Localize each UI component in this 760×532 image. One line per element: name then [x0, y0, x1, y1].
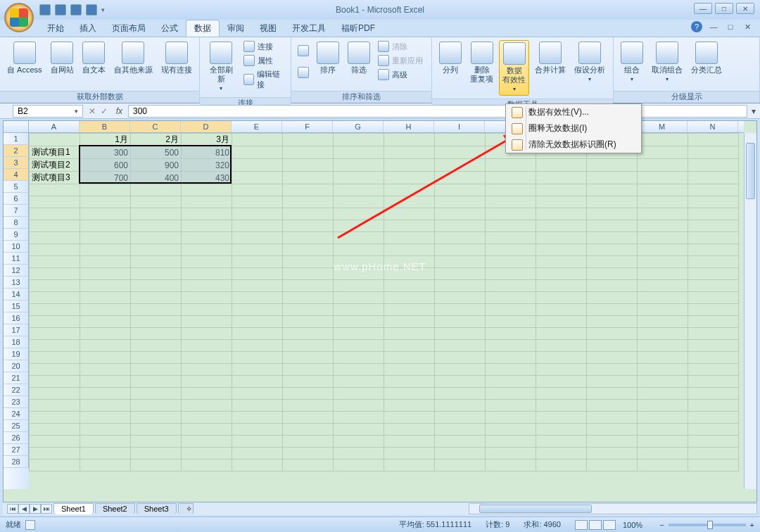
cell-L23[interactable]: [587, 400, 638, 412]
cell-D9[interactable]: [182, 232, 232, 244]
cell-K3[interactable]: [536, 159, 587, 172]
cell-B2[interactable]: 300: [80, 146, 131, 159]
cell-L22[interactable]: [587, 388, 638, 400]
cell-C1[interactable]: 2月: [131, 134, 182, 146]
cell-N22[interactable]: [688, 388, 739, 400]
cell-D23[interactable]: [182, 400, 232, 412]
cell-H1[interactable]: [384, 134, 435, 146]
cell-L17[interactable]: [587, 328, 638, 340]
cell-B14[interactable]: [80, 292, 131, 304]
cell-I24[interactable]: [435, 412, 486, 424]
cell-A14[interactable]: [30, 292, 80, 304]
qat-save-icon[interactable]: [39, 4, 51, 15]
cell-I14[interactable]: [435, 292, 486, 304]
cell-J6[interactable]: [486, 196, 536, 208]
sheet-nav-prev[interactable]: ◀: [18, 504, 30, 514]
cell-N4[interactable]: [688, 172, 739, 184]
help-icon[interactable]: ?: [691, 21, 702, 32]
tab-公式[interactable]: 公式: [153, 20, 186, 37]
fx-icon[interactable]: fx: [113, 106, 125, 116]
cell-N3[interactable]: [688, 159, 739, 172]
cell-A18[interactable]: [30, 340, 80, 352]
cell-J17[interactable]: [486, 328, 536, 340]
formula-input[interactable]: 300: [128, 105, 747, 118]
row-header-8[interactable]: 8: [4, 217, 29, 229]
cell-B23[interactable]: [80, 400, 131, 412]
cell-I2[interactable]: [435, 146, 486, 159]
cell-M16[interactable]: [638, 316, 688, 328]
cell-M27[interactable]: [638, 448, 688, 460]
cancel-icon[interactable]: ✕: [89, 106, 96, 116]
cell-K13[interactable]: [536, 280, 587, 292]
cell-M19[interactable]: [638, 352, 688, 364]
cell-J3[interactable]: [486, 159, 536, 172]
cell-D5[interactable]: [182, 184, 232, 196]
cell-I8[interactable]: [435, 220, 486, 232]
cell-I18[interactable]: [435, 340, 486, 352]
cell-G18[interactable]: [334, 340, 384, 352]
cell-D19[interactable]: [182, 352, 232, 364]
cell-E19[interactable]: [232, 352, 283, 364]
cell-M9[interactable]: [638, 232, 688, 244]
cell-H26[interactable]: [384, 436, 435, 448]
cell-F6[interactable]: [283, 196, 334, 208]
cell-G23[interactable]: [334, 400, 384, 412]
cell-N24[interactable]: [688, 412, 739, 424]
cell-D14[interactable]: [182, 292, 232, 304]
cell-G17[interactable]: [334, 328, 384, 340]
cell-I7[interactable]: [435, 208, 486, 220]
cell-G27[interactable]: [334, 448, 384, 460]
cell-C28[interactable]: [131, 460, 182, 471]
cell-G15[interactable]: [334, 304, 384, 316]
cell-C9[interactable]: [131, 232, 182, 244]
cell-L7[interactable]: [587, 208, 638, 220]
cell-K28[interactable]: [536, 460, 587, 471]
cell-F11[interactable]: [283, 256, 334, 268]
cell-F28[interactable]: [283, 460, 334, 471]
zoom-slider[interactable]: − +: [659, 521, 754, 529]
cell-K8[interactable]: [536, 220, 587, 232]
cell-N1[interactable]: [688, 134, 739, 146]
sort-button[interactable]: 排序: [314, 40, 342, 76]
cell-B28[interactable]: [80, 460, 131, 471]
dtool-1[interactable]: 删除 重复项: [467, 40, 496, 85]
cell-I15[interactable]: [435, 304, 486, 316]
cell-F27[interactable]: [283, 448, 334, 460]
cell-I21[interactable]: [435, 376, 486, 388]
cell-L15[interactable]: [587, 304, 638, 316]
doc-restore-button[interactable]: □: [725, 21, 736, 32]
cell-N17[interactable]: [688, 328, 739, 340]
cell-H25[interactable]: [384, 424, 435, 436]
col-header-I[interactable]: I: [434, 121, 485, 132]
cell-M28[interactable]: [638, 460, 688, 471]
cell-J20[interactable]: [486, 364, 536, 376]
refresh-all-button[interactable]: 全部刷新▾: [204, 40, 239, 94]
cell-I28[interactable]: [435, 460, 486, 471]
cell-B27[interactable]: [80, 448, 131, 460]
cell-J28[interactable]: [486, 460, 536, 471]
cell-G5[interactable]: [334, 184, 384, 196]
cell-C17[interactable]: [131, 328, 182, 340]
cell-L6[interactable]: [587, 196, 638, 208]
cell-C27[interactable]: [131, 448, 182, 460]
cell-C20[interactable]: [131, 364, 182, 376]
conn-连接[interactable]: 连接: [241, 40, 286, 53]
zoom-out-icon[interactable]: −: [659, 521, 664, 529]
cell-E5[interactable]: [232, 184, 283, 196]
row-header-3[interactable]: 3: [4, 157, 29, 169]
cell-A23[interactable]: [30, 400, 80, 412]
cell-G1[interactable]: [334, 134, 384, 146]
cell-K9[interactable]: [536, 232, 587, 244]
cell-L18[interactable]: [587, 340, 638, 352]
cell-A21[interactable]: [30, 376, 80, 388]
cell-E21[interactable]: [232, 376, 283, 388]
cell-A11[interactable]: [30, 256, 80, 268]
cell-H14[interactable]: [384, 292, 435, 304]
cell-B15[interactable]: [80, 304, 131, 316]
cell-D4[interactable]: 430: [182, 172, 232, 184]
cell-E17[interactable]: [232, 328, 283, 340]
outline-分类汇总[interactable]: 分类汇总: [688, 40, 725, 76]
cell-K18[interactable]: [536, 340, 587, 352]
row-header-7[interactable]: 7: [4, 205, 29, 217]
cell-G8[interactable]: [334, 220, 384, 232]
